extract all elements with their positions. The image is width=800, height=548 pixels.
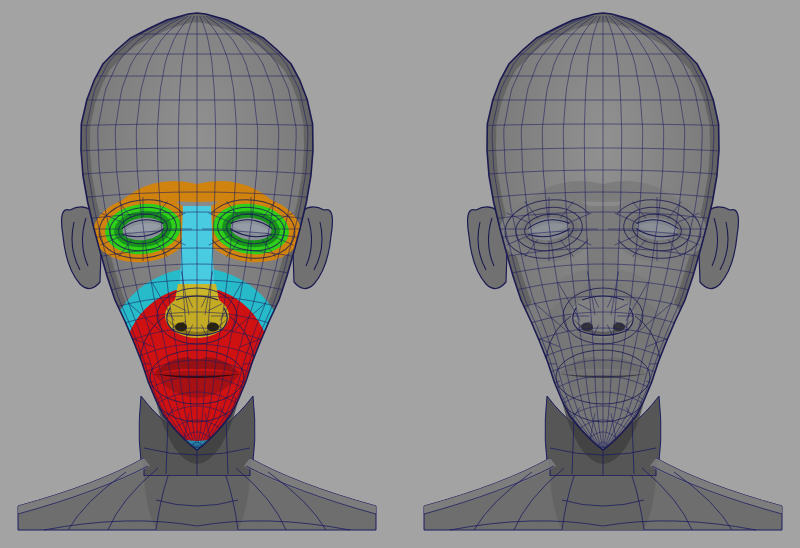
head-surface	[81, 13, 313, 456]
topology-reference-image	[0, 0, 800, 548]
viewport-annotated-head[interactable]	[8, 0, 386, 548]
head-bust-model	[424, 13, 782, 530]
head-surface	[487, 13, 719, 456]
viewport-plain-head[interactable]	[414, 0, 792, 548]
head-bust-model	[18, 13, 376, 530]
